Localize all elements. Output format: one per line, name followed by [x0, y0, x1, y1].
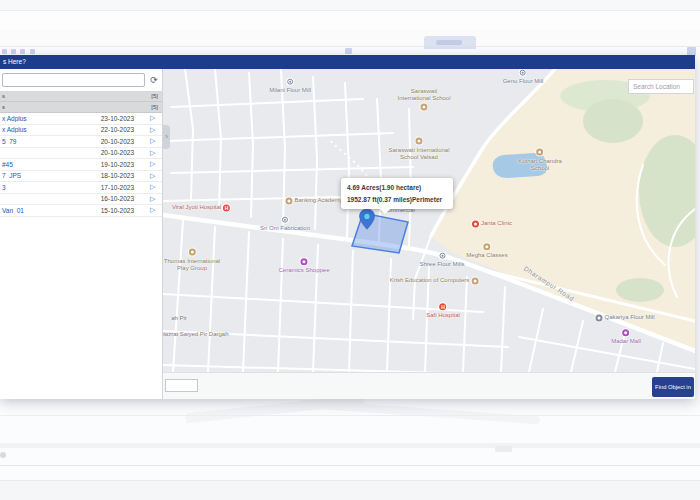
- poi-label: Shree Flour Mills: [419, 260, 464, 267]
- hospital-icon: [440, 303, 447, 310]
- vehicle-name-link[interactable]: x Adplus: [2, 126, 94, 133]
- map-poi-safi-hospital[interactable]: Safi Hospital: [426, 303, 460, 319]
- mill-dark-icon: [595, 315, 602, 322]
- play-route-icon[interactable]: [150, 172, 158, 180]
- poi-label: Hazrat Saiyed Pir Dargah: [163, 331, 229, 338]
- window-titlebar: s Here?: [0, 55, 695, 69]
- school-icon: [471, 278, 478, 285]
- map-poi-genu-flour-mill[interactable]: Genu Flour Mill: [503, 70, 544, 85]
- clinic-icon: [472, 221, 479, 228]
- sidebar-search-row: [0, 69, 162, 91]
- mill-icon: [287, 79, 293, 85]
- map-poi-ah-pir[interactable]: ah Pir: [171, 315, 187, 322]
- vehicle-name-link[interactable]: 3: [2, 184, 94, 191]
- poi-label: Viral Jyoti Hospital: [172, 204, 221, 211]
- background-divider: [0, 465, 700, 466]
- refresh-icon[interactable]: [148, 74, 160, 86]
- map-poi-milani-flour-mill[interactable]: Milani Flour Mill: [269, 79, 311, 94]
- map-poi-krish-education-of-computers[interactable]: Krish Education of Computers: [390, 277, 479, 284]
- vehicle-row[interactable]: 5_79 20-10-2023: [0, 136, 162, 148]
- map-poi-thomas-international-play-group[interactable]: Thomas International Play Group: [164, 249, 220, 272]
- vehicle-sidebar: s [5] s [5] x Adplus 23-10-2023 x Adplus…: [0, 69, 163, 399]
- mill-icon: [520, 70, 526, 76]
- map-poi-ceramics-shoppee[interactable]: Ceramics Shoppee: [278, 258, 329, 274]
- poi-label: ah Pir: [171, 315, 187, 322]
- background-divider: [0, 415, 700, 416]
- map-poi-saraswati-international-school-valsad[interactable]: Saraswati International School Valsad: [388, 138, 449, 161]
- background-ghost-icon: [2, 49, 7, 54]
- vehicle-name-link[interactable]: Van_01: [2, 207, 94, 214]
- sidebar-collapse-handle[interactable]: [163, 125, 170, 149]
- vehicle-row[interactable]: 16-10-2023: [0, 194, 162, 206]
- play-route-icon[interactable]: [150, 206, 158, 214]
- play-route-icon[interactable]: [150, 126, 158, 134]
- tooltip-area-line: 4.69 Acres(1.90 hectare): [347, 182, 447, 194]
- play-route-icon[interactable]: [150, 160, 158, 168]
- map-poi-madar-mall[interactable]: Madar Mall: [611, 329, 641, 345]
- play-route-icon[interactable]: [150, 137, 158, 145]
- background-top-strip: [0, 0, 700, 11]
- play-route-icon[interactable]: [150, 195, 158, 203]
- vehicle-row[interactable]: #45 19-10-2023: [0, 159, 162, 171]
- hospital-icon: [223, 205, 230, 212]
- vehicle-name-link[interactable]: x Adplus: [2, 115, 94, 122]
- vehicle-group-row[interactable]: s [5]: [0, 91, 162, 102]
- poi-label: Janta Clinic: [481, 220, 512, 227]
- group-label-fragment: s: [2, 104, 5, 110]
- vehicle-row[interactable]: 7_JPS 18-10-2023: [0, 171, 162, 183]
- map-poi-banking-academy[interactable]: Banking Academy: [285, 197, 342, 204]
- map-poi-shree-flour-mills[interactable]: Shree Flour Mills: [419, 253, 464, 268]
- map-search-input[interactable]: [628, 79, 694, 94]
- school-icon: [536, 149, 543, 156]
- map-canvas[interactable]: Milani Flour MillGenu Flour MillSaraswat…: [163, 69, 695, 372]
- vehicle-date: 15-10-2023: [94, 207, 134, 214]
- poi-label: Sri Om Fabrication: [260, 224, 310, 231]
- vehicle-group-list: s [5] s [5]: [0, 91, 162, 113]
- background-ghost-icon: [345, 48, 352, 54]
- vehicle-row[interactable]: Van_01 15-10-2023: [0, 205, 162, 217]
- window-body: s [5] s [5] x Adplus 23-10-2023 x Adplus…: [0, 69, 695, 399]
- school-icon: [415, 138, 422, 145]
- poi-label: Ceramics Shoppee: [278, 267, 329, 274]
- background-band: [0, 443, 700, 448]
- vehicle-row[interactable]: x Adplus 22-10-2023: [0, 125, 162, 137]
- poi-label: Saraswati International School: [397, 88, 450, 102]
- vehicle-row[interactable]: x Adplus 23-10-2023: [0, 113, 162, 125]
- poi-label: Banking Academy: [294, 197, 342, 204]
- vehicle-list: x Adplus 23-10-2023 x Adplus 22-10-2023 …: [0, 113, 162, 217]
- background-knob: [0, 452, 6, 458]
- poi-label: Safi Hospital: [426, 312, 460, 319]
- play-route-icon[interactable]: [150, 183, 158, 191]
- vehicle-name-link[interactable]: 5_79: [2, 138, 94, 145]
- background-footer-band: [0, 480, 700, 500]
- vehicle-group-row[interactable]: s [5]: [0, 102, 162, 113]
- vehicle-row[interactable]: 20-10-2023: [0, 148, 162, 160]
- map-poi-qakariya-flour-mill[interactable]: Qakariya Flour Mill: [595, 314, 654, 321]
- map-poi-hazrat-saiyed-pir-dargah[interactable]: Hazrat Saiyed Pir Dargah: [163, 331, 229, 338]
- map-poi-viral-jyoti-hospital[interactable]: Viral Jyoti Hospital: [172, 204, 230, 211]
- map-poi-saraswati-international-school[interactable]: Saraswati International School: [397, 88, 450, 111]
- group-count-badge: [5]: [151, 93, 158, 99]
- vehicle-date: 20-10-2023: [94, 138, 134, 145]
- vehicle-date: 17-10-2023: [94, 184, 134, 191]
- map-poi-janta-clinic[interactable]: Janta Clinic: [472, 220, 512, 227]
- vehicle-date: 16-10-2023: [94, 195, 134, 202]
- vehicle-search-input[interactable]: [2, 73, 145, 87]
- play-route-icon[interactable]: [150, 149, 158, 157]
- vehicle-date: 22-10-2023: [94, 126, 134, 133]
- object-search-input[interactable]: [165, 379, 198, 392]
- vehicle-date: 18-10-2023: [94, 172, 134, 179]
- vehicle-name-link[interactable]: 7_JPS: [2, 172, 94, 179]
- vehicle-row[interactable]: 3 17-10-2023: [0, 182, 162, 194]
- map-poi-kothari-chandra-school[interactable]: Kothari Chandra School: [518, 149, 562, 172]
- map-poi-megha-classes[interactable]: Megha Classes: [466, 243, 507, 259]
- poi-label: Thomas International Play Group: [164, 257, 220, 271]
- poi-label: Genu Flour Mill: [503, 77, 544, 84]
- vehicle-name-link[interactable]: #45: [2, 161, 94, 168]
- background-ghost-icon: [11, 49, 16, 54]
- map-poi-sri-om-fabrication[interactable]: Sri Om Fabrication: [260, 217, 310, 232]
- poi-label: Milani Flour Mill: [269, 86, 311, 93]
- play-route-icon[interactable]: [150, 114, 158, 122]
- poi-label: Qakariya Flour Mill: [604, 314, 654, 321]
- find-object-button[interactable]: Find Object in: [652, 377, 694, 397]
